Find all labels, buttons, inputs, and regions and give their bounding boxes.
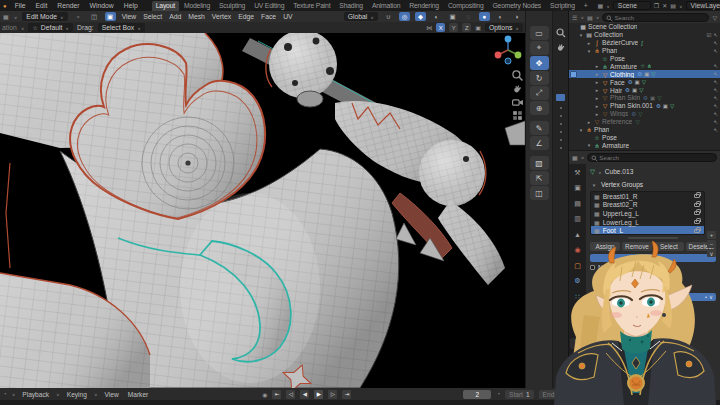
tool-annotate[interactable]: ✎ [530, 121, 549, 135]
navigation-gizmo[interactable] [492, 34, 524, 66]
selectable-icon[interactable]: ↖ [713, 40, 718, 46]
edge-select-icon[interactable]: ◫ [89, 12, 100, 21]
outliner-row[interactable]: ▸▽Reference▽↖ [569, 118, 720, 126]
menu-view[interactable]: View [121, 13, 138, 20]
mirror-x-button[interactable]: X [436, 23, 445, 32]
outliner-row[interactable]: ▸▽Phan Skin.001⚙▣▽↖ [569, 102, 720, 110]
outliner-row[interactable]: ▾⋔Phan↖ [569, 126, 720, 134]
menu-render[interactable]: Render [55, 2, 81, 9]
outliner-row[interactable]: ▸▽Wings⚙▽↖ [569, 110, 720, 118]
new-collection-icon[interactable]: ▤ [587, 14, 593, 21]
tab-render[interactable]: ▣ [570, 183, 585, 194]
tab-constraints[interactable]: ∞ [570, 322, 585, 333]
menu-window[interactable]: Window [88, 2, 116, 9]
xray-icon[interactable]: ▣ [447, 12, 458, 21]
tab-uv-editing[interactable]: UV Editing [250, 1, 288, 11]
outliner-row[interactable]: ▸∫BézierCurve∫↖ [569, 39, 720, 47]
vertex-groups-panel-header[interactable]: ▾ Vertex Groups [590, 179, 716, 190]
shading-material-icon[interactable]: ◐ [495, 12, 506, 21]
menu-keying[interactable]: Keying [65, 391, 89, 398]
scene-dropdown-icon[interactable]: ∨ [606, 3, 610, 8]
frame-start-field[interactable]: Start1 [505, 390, 534, 399]
shading-solid-icon[interactable]: ● [479, 12, 490, 21]
jump-to-start-button[interactable]: ⇤ [272, 390, 281, 399]
blue-input-field[interactable]: •∨ [590, 293, 716, 301]
proportional-edit-icon[interactable]: ◎ [399, 12, 410, 21]
snap-magnet-icon[interactable]: ∪ [383, 12, 394, 21]
outliner-editor-icon[interactable]: ☰ [572, 14, 577, 21]
auto-key-icon[interactable]: ◉ [262, 391, 267, 398]
remove-button[interactable]: Remove [622, 242, 652, 251]
menu-vertex[interactable]: Vertex [211, 13, 232, 20]
tab-output[interactable]: ▤ [570, 198, 585, 209]
jump-to-end-button[interactable]: ⇥ [342, 390, 351, 399]
add-workspace-button[interactable]: + [580, 1, 592, 11]
lock-icon[interactable] [694, 211, 700, 215]
outliner-row[interactable]: ▾⋔Armature [569, 141, 720, 149]
lock-icon[interactable] [694, 229, 700, 233]
tool-add-cube[interactable]: ▧ [530, 156, 549, 170]
filter-funnel-icon[interactable]: ▽ [712, 14, 717, 21]
properties-editor-icon[interactable]: ▦ [572, 154, 578, 161]
tab-scripting[interactable]: Scripting [546, 1, 579, 11]
tab-geometry-nodes[interactable]: Geometry Nodes [488, 1, 545, 11]
tab-modifiers[interactable]: ⚙ [570, 276, 585, 287]
play-reverse-button[interactable]: ◀ [300, 390, 309, 399]
orientation-dropdown[interactable]: Global∨ [344, 12, 378, 21]
tool-cursor[interactable]: ⌖ [530, 41, 549, 55]
lock-icon[interactable] [694, 203, 700, 207]
outliner-search-input[interactable] [602, 13, 709, 22]
properties-search-input[interactable] [587, 153, 717, 162]
menu-add[interactable]: Add [168, 13, 182, 20]
tab-rendering[interactable]: Rendering [405, 1, 443, 11]
unlink-scene-icon[interactable]: ✕ [662, 2, 667, 9]
viewlayer-name-field[interactable]: ViewLayer [686, 1, 720, 10]
prev-keyframe-button[interactable]: ◁ [286, 390, 295, 399]
tool-preset-dropdown[interactable]: ☆Default∨ [28, 23, 73, 32]
editor-type-icon[interactable]: ▦ [3, 13, 9, 20]
frame-end-field[interactable]: End2 [539, 390, 565, 399]
shading-wireframe-icon[interactable]: ◌ [463, 12, 474, 21]
vertex-group-item[interactable]: ▦UpperLeg_L [591, 209, 704, 218]
menu-view-tl[interactable]: View [103, 391, 121, 398]
outliner-row[interactable]: ▸▽Phan Skin⚙▣▽↖ [569, 94, 720, 102]
viewlayer-icon[interactable]: ▤ [670, 2, 676, 9]
menu-edit[interactable]: Edit [34, 2, 50, 9]
weight-slider[interactable]: 1.000 [590, 254, 716, 262]
vertex-group-item[interactable]: ▦Breast01_R [591, 192, 704, 201]
menu-playback[interactable]: Playback [20, 391, 51, 398]
mirror-z-button[interactable]: Z [462, 23, 471, 32]
vertex-group-item[interactable]: ▦LowerLeg_L [591, 218, 704, 227]
outliner-row[interactable]: ▸⋔Armature☆⋔↖ [569, 62, 720, 70]
tab-layout[interactable]: Layout [152, 1, 179, 11]
face-select-icon[interactable]: ▣ [105, 12, 116, 21]
tool-transform[interactable]: ⊕ [530, 101, 549, 115]
zoom-icon[interactable] [511, 68, 524, 80]
tab-modeling[interactable]: Modeling [180, 1, 214, 11]
tool-measure[interactable]: ∠ [530, 136, 549, 150]
menu-mesh[interactable]: Mesh [187, 13, 206, 20]
tool-scale[interactable]: ⤢ [530, 86, 549, 100]
next-keyframe-button[interactable]: ▷ [328, 390, 337, 399]
vertex-group-specials-button[interactable]: ∨ [707, 249, 716, 257]
gizmo-toggle-icon[interactable]: ◆ [415, 12, 426, 21]
vertex-select-icon[interactable]: ▫ [73, 12, 84, 21]
mode-dropdown[interactable]: Edit Mode∨ [22, 12, 67, 21]
tab-tool[interactable]: ⚒ [570, 167, 585, 178]
outliner-row[interactable]: ▸☆Pose [569, 55, 720, 63]
vertex-group-item[interactable]: ▦Breast02_R [591, 201, 704, 210]
camera-view-icon[interactable] [511, 95, 524, 107]
tab-view-layer[interactable]: ▥ [570, 214, 585, 225]
tool-select-box[interactable]: ▭ [530, 26, 549, 40]
timeline-editor-icon[interactable]: ◔ [3, 391, 7, 397]
normalize-checkbox[interactable] [590, 265, 595, 270]
lock-icon[interactable] [694, 220, 700, 224]
remove-vertex-group-button[interactable]: − [707, 240, 716, 248]
outliner-row[interactable]: ▾▤Collection☑↖ [569, 31, 720, 39]
tab-animation[interactable]: Animation [368, 1, 404, 11]
outliner-row[interactable]: ▸▽Face⚙▣▽↖ [569, 78, 720, 86]
menu-help[interactable]: Help [122, 2, 140, 9]
snap-options-icon[interactable]: ▣ [475, 24, 481, 31]
tab-material[interactable]: ● [570, 353, 585, 364]
tab-compositing[interactable]: Compositing [444, 1, 488, 11]
